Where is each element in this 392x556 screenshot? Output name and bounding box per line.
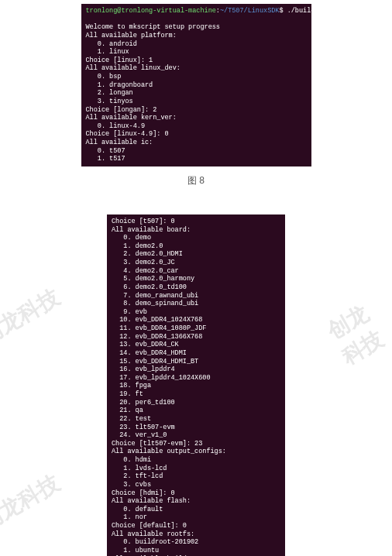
prompt-sep2: $ [279, 7, 287, 15]
terminal-screenshot-2: Choice [t507]: 0 All available board: 0.… [107, 215, 285, 556]
watermark: 创龙科技 [0, 468, 65, 537]
prompt-user: tronlong@tronlong-virtual-machine [86, 7, 216, 15]
terminal-output: Choice [t507]: 0 All available board: 0.… [112, 218, 226, 556]
figure-caption-1: 图 8 [0, 174, 392, 187]
terminal-screenshot-1: tronlong@tronlong-virtual-machine:~/T507… [81, 4, 311, 166]
watermark: 创龙科技 [0, 283, 65, 352]
watermark: 创龙科技 [322, 291, 392, 372]
command-text: ./build.sh config [287, 7, 355, 15]
prompt-path: ~/T507/LinuxSDK [220, 7, 280, 15]
terminal-output: Welcome to mkscript setup progress All a… [86, 23, 220, 163]
